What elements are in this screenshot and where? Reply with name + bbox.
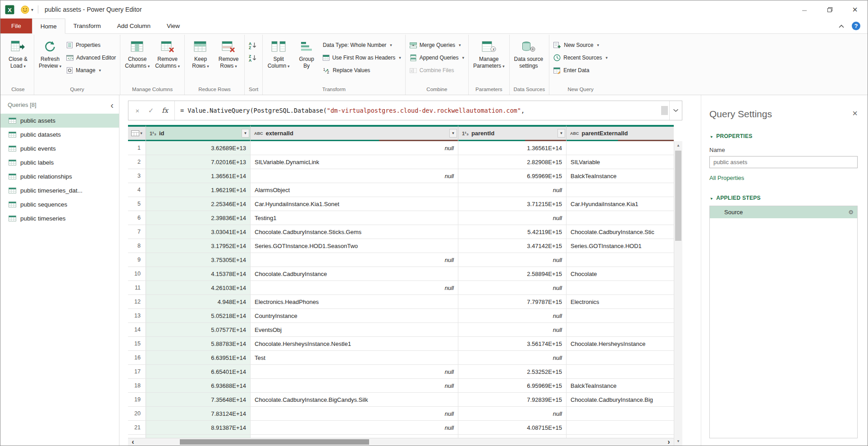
grid-cell[interactable] xyxy=(566,309,674,322)
manage-button[interactable]: Manage▾ xyxy=(64,65,118,75)
grid-cell[interactable]: SILVariable xyxy=(566,155,674,169)
grid-cell[interactable]: 3.56174E+15 xyxy=(458,337,566,350)
grid-cell[interactable]: 3.03041E+14 xyxy=(146,225,251,239)
collapse-ribbon-icon[interactable] xyxy=(838,22,845,30)
grid-cell[interactable]: null xyxy=(458,351,566,364)
column-header-id[interactable]: 1²₃id ▼ xyxy=(146,125,251,141)
remove-columns-button[interactable]: Remove Columns▾ xyxy=(153,37,182,71)
grid-cell[interactable]: null xyxy=(251,379,458,392)
grid-cell[interactable] xyxy=(566,183,674,197)
applied-step-source[interactable]: Source⚙ xyxy=(710,206,857,218)
grid-cell[interactable]: 7.79787E+15 xyxy=(458,295,566,308)
tab-transform[interactable]: Transform xyxy=(65,18,109,33)
row-number[interactable]: 2 xyxy=(128,155,146,169)
row-number[interactable]: 3 xyxy=(128,169,146,183)
quick-access-dropdown-icon[interactable]: ▾ xyxy=(31,7,33,12)
sidebar-item-public-datasets[interactable]: public datasets xyxy=(0,128,119,142)
vertical-scrollbar[interactable]: ▲ ▼ xyxy=(674,141,682,446)
grid-cell[interactable]: Chocolate.CadburyInstance.Sticks.Gems xyxy=(251,225,458,239)
row-number[interactable]: 9 xyxy=(128,253,146,267)
row-number[interactable]: 19 xyxy=(128,393,146,406)
grid-cell[interactable]: null xyxy=(251,141,458,155)
column-header-externalid[interactable]: ABCexternalId ▼ xyxy=(251,125,458,141)
data-type-whole-number-button[interactable]: Data Type: Whole Number▾ xyxy=(321,40,403,50)
row-number[interactable]: 11 xyxy=(128,281,146,294)
grid-cell[interactable] xyxy=(566,141,674,155)
grid-cell[interactable]: null xyxy=(458,281,566,294)
grid-cell[interactable]: Chocolate.CadburyInstance.BigCandys.Silk xyxy=(251,393,458,406)
grid-cell[interactable]: 5.07577E+14 xyxy=(146,323,251,336)
grid-cell[interactable]: 6.95969E+15 xyxy=(458,169,566,183)
recent-sources-button[interactable]: Recent Sources▾ xyxy=(552,53,609,63)
close-window-button[interactable]: × xyxy=(842,0,868,18)
grid-cell[interactable] xyxy=(566,253,674,267)
tab-view[interactable]: View xyxy=(159,18,188,33)
grid-cell[interactable]: 1.36561E+14 xyxy=(146,169,251,183)
column-header-parentid[interactable]: 1²₃parentId ▼ xyxy=(458,125,566,141)
sidebar-item-public-assets[interactable]: public assets xyxy=(0,114,119,128)
grid-cell[interactable]: 4.15378E+14 xyxy=(146,267,251,280)
row-number[interactable]: 6 xyxy=(128,211,146,225)
grid-cell[interactable]: Chocolate xyxy=(566,267,674,280)
sort-desc-button[interactable]: ZA xyxy=(247,53,258,63)
tab-file[interactable]: File xyxy=(0,18,32,33)
grid-cell[interactable]: 5.05218E+14 xyxy=(146,309,251,322)
filter-icon[interactable]: ▼ xyxy=(449,129,457,138)
grid-cell[interactable]: 4.948E+14 xyxy=(146,295,251,308)
grid-cell[interactable] xyxy=(566,351,674,364)
scroll-up-icon[interactable]: ▲ xyxy=(674,141,682,150)
row-number[interactable]: 12 xyxy=(128,295,146,308)
grid-cell[interactable]: 4.26103E+14 xyxy=(146,281,251,294)
grid-cell[interactable]: 4.08715E+15 xyxy=(458,421,566,434)
grid-cell[interactable] xyxy=(566,407,674,420)
formula-input[interactable]: = Value.NativeQuery(PostgreSQL.Database(… xyxy=(174,101,660,120)
grid-cell[interactable]: Chocolate.HersheysInstance.Nestle1 xyxy=(251,337,458,350)
smiley-feedback-icon[interactable] xyxy=(21,5,29,14)
help-icon[interactable]: ? xyxy=(852,22,860,30)
properties-section-header[interactable]: ▲ PROPERTIES xyxy=(709,133,858,139)
grid-cell[interactable]: 7.92839E+15 xyxy=(458,393,566,406)
grid-cell[interactable]: 1.36561E+14 xyxy=(458,141,566,155)
tab-add-column[interactable]: Add Column xyxy=(109,18,159,33)
grid-cell[interactable]: 6.63951E+14 xyxy=(146,351,251,364)
enter-data-button[interactable]: Enter Data xyxy=(552,65,609,75)
grid-cell[interactable]: 2.82908E+15 xyxy=(458,155,566,169)
grid-cell[interactable]: 7.83124E+14 xyxy=(146,407,251,420)
horizontal-scrollbar[interactable]: ‹ › xyxy=(128,438,674,446)
grid-cell[interactable]: null xyxy=(458,407,566,420)
grid-cell[interactable]: SILVariable.DynamicLink xyxy=(251,155,458,169)
new-source-button[interactable]: New Source▾ xyxy=(552,40,609,50)
grid-cell[interactable]: Chocolate.CadburyInstance xyxy=(251,267,458,280)
grid-cell[interactable]: 6.95969E+15 xyxy=(458,379,566,392)
sidebar-item-public-events[interactable]: public events xyxy=(0,142,119,156)
grid-cell[interactable]: 2.58894E+15 xyxy=(458,267,566,280)
grid-cell[interactable]: null xyxy=(458,309,566,322)
grid-cell[interactable]: 3.75305E+14 xyxy=(146,253,251,267)
row-number[interactable]: 1 xyxy=(128,141,146,155)
choose-columns-button[interactable]: Choose Columns▾ xyxy=(123,37,152,71)
close-settings-icon[interactable]: × xyxy=(852,109,858,118)
row-number[interactable]: 4 xyxy=(128,183,146,197)
vertical-scroll-thumb[interactable] xyxy=(675,151,681,241)
cancel-formula-icon[interactable]: × xyxy=(131,101,144,120)
grid-cell[interactable]: null xyxy=(458,183,566,197)
split-column-button[interactable]: Split Column▾ xyxy=(265,37,292,71)
grid-cell[interactable]: Electronics.HeadPhones xyxy=(251,295,458,308)
grid-cell[interactable]: null xyxy=(251,169,458,183)
scroll-right-icon[interactable]: › xyxy=(664,438,674,446)
grid-cell[interactable]: 3.17952E+14 xyxy=(146,239,251,253)
grid-cell[interactable]: null xyxy=(458,323,566,336)
row-number[interactable]: 13 xyxy=(128,309,146,322)
grid-cell[interactable]: null xyxy=(251,253,458,267)
row-number[interactable]: 16 xyxy=(128,351,146,364)
replace-values-button[interactable]: 12Replace Values xyxy=(321,65,403,75)
filter-icon[interactable]: ▼ xyxy=(242,129,249,138)
grid-cell[interactable]: BalckTeaInstance xyxy=(566,169,674,183)
minimize-button[interactable] xyxy=(792,0,817,18)
step-settings-gear-icon[interactable]: ⚙ xyxy=(848,209,854,216)
grid-cell[interactable]: Chocolate.CadburyInstance.Big xyxy=(566,393,674,406)
grid-cell[interactable]: Chocolate.HersheysInstance xyxy=(566,337,674,350)
merge-queries-button[interactable]: Merge Queries▾ xyxy=(408,40,466,50)
grid-cell[interactable]: 7.35648E+14 xyxy=(146,393,251,406)
row-number[interactable]: 10 xyxy=(128,267,146,280)
